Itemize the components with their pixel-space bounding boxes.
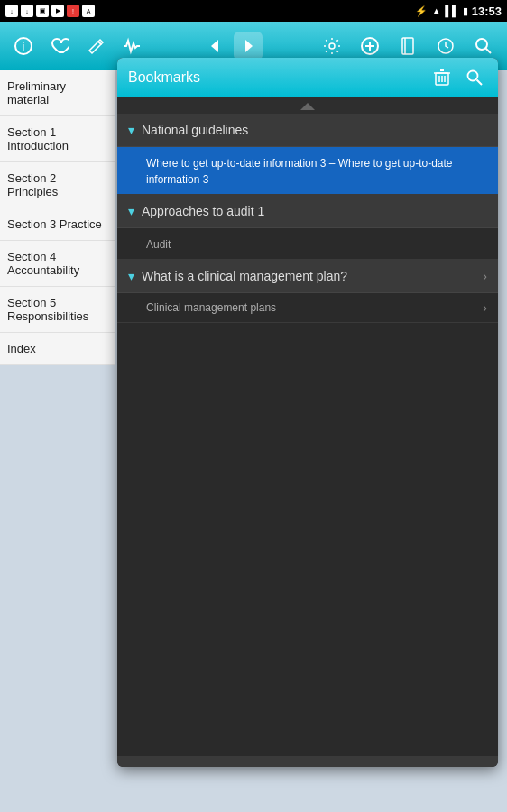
battery-status-icon: ▮	[463, 5, 468, 17]
toolbar-left: i	[9, 32, 146, 60]
history-button[interactable]	[431, 32, 460, 60]
download-icon: ↓	[5, 5, 18, 17]
delete-bookmarks-button[interactable]	[429, 65, 455, 90]
sidebar-item-principles[interactable]: Section 2 Principles	[0, 162, 115, 208]
search-button[interactable]	[469, 32, 498, 60]
clinical-management-chevron: ›	[483, 269, 487, 283]
svg-marker-2	[211, 40, 218, 52]
activity-button[interactable]	[117, 32, 146, 60]
edit-button[interactable]	[81, 32, 110, 60]
toolbar-center	[201, 32, 263, 60]
clinical-management-item-chevron: ›	[483, 300, 487, 315]
side-menu: Preliminary material Section 1 Introduct…	[0, 70, 115, 365]
back-button[interactable]	[201, 32, 230, 60]
heart-button[interactable]	[45, 32, 74, 60]
download2-icon: ↓	[21, 5, 33, 17]
bookmarks-button[interactable]	[393, 32, 422, 60]
red-status-icon: !	[67, 5, 79, 17]
svg-line-12	[486, 49, 492, 54]
forward-button[interactable]	[234, 32, 263, 60]
bluetooth-icon: ⚡	[415, 5, 428, 17]
approaches-audit-arrow: ▾	[128, 204, 134, 218]
clinical-management-header[interactable]: ▾ What is a clinical management plan? ›	[117, 260, 498, 293]
approaches-audit-label: Approaches to audit 1	[142, 204, 487, 218]
approaches-audit-item-1-text: Audit	[146, 238, 171, 251]
bookmarks-footer	[117, 323, 498, 756]
status-time: 13:53	[472, 5, 502, 18]
info-button[interactable]: i	[9, 32, 38, 60]
sidebar-item-practice[interactable]: Section 3 Practice	[0, 208, 115, 241]
svg-marker-3	[245, 40, 253, 52]
svg-point-19	[468, 71, 478, 81]
sidebar-item-accountability[interactable]: Section 4 Accountability	[0, 241, 115, 287]
scroll-indicator-top	[117, 97, 498, 114]
clinical-management-label: What is a clinical management plan?	[142, 269, 483, 283]
app-status-icon: A	[82, 5, 95, 17]
status-icons-right: ⚡ ▲ ▌▌ ▮ 13:53	[415, 5, 502, 18]
add-button[interactable]	[355, 32, 384, 60]
wifi-status-icon: ▲	[431, 5, 441, 16]
image-status-icon: ▣	[36, 5, 49, 17]
video-status-icon: ▶	[51, 5, 64, 17]
status-bar: ↓ ↓ ▣ ▶ ! A ⚡ ▲ ▌▌ ▮ 13:53	[0, 0, 507, 22]
svg-point-4	[329, 43, 335, 49]
national-guidelines-header[interactable]: ▾ National guidelines	[117, 114, 498, 147]
national-guidelines-arrow: ▾	[128, 123, 134, 137]
search-bookmarks-button[interactable]	[462, 65, 487, 90]
settings-button[interactable]	[318, 32, 346, 60]
bookmarks-header: Bookmarks	[117, 58, 498, 97]
status-icons-left: ↓ ↓ ▣ ▶ ! A	[5, 5, 95, 17]
sidebar-item-index[interactable]: Index	[0, 333, 115, 365]
bookmarks-header-icons	[429, 65, 487, 90]
clinical-management-arrow: ▾	[128, 269, 134, 283]
bookmarks-bottom-bar	[117, 756, 498, 767]
national-guidelines-item-1-text: Where to get up-to-date information 3 – …	[146, 157, 453, 186]
svg-line-20	[477, 80, 483, 86]
bookmarks-title: Bookmarks	[128, 69, 200, 86]
approaches-audit-item-1[interactable]: Audit	[117, 228, 498, 260]
svg-marker-21	[300, 103, 315, 110]
svg-rect-8	[402, 38, 413, 54]
toolbar-right	[318, 32, 498, 60]
bookmarks-panel: Bookmarks	[117, 58, 498, 767]
sidebar-item-preliminary[interactable]: Preliminary material	[0, 70, 115, 116]
clinical-management-item-1-text: Clinical management plans	[146, 301, 276, 314]
sidebar-item-intro[interactable]: Section 1 Introduction	[0, 116, 115, 162]
approaches-audit-header[interactable]: ▾ Approaches to audit 1	[117, 195, 498, 228]
signal-status-icon: ▌▌	[445, 5, 459, 16]
svg-point-11	[476, 39, 487, 50]
svg-text:i: i	[23, 40, 25, 53]
clinical-management-item-1[interactable]: Clinical management plans ›	[117, 293, 498, 323]
national-guidelines-item-1[interactable]: Where to get up-to-date information 3 – …	[117, 147, 498, 195]
sidebar-item-responsibilities[interactable]: Section 5 Responsibilities	[0, 287, 115, 333]
national-guidelines-label: National guidelines	[142, 123, 487, 137]
